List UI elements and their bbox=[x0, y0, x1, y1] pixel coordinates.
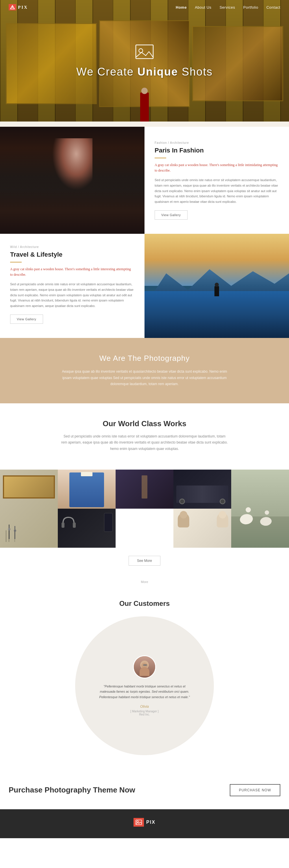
avatar-shoulders bbox=[140, 667, 149, 676]
travel-section: Wild / Architecture Travel & Lifestyle A… bbox=[0, 234, 289, 338]
gallery-item-8[interactable] bbox=[173, 509, 231, 548]
hero-logo-icon bbox=[134, 44, 155, 61]
fashion-image bbox=[0, 127, 145, 234]
nav-link-portfolio[interactable]: Portfolio bbox=[243, 5, 258, 9]
gi3-figure bbox=[142, 475, 147, 498]
travel-water bbox=[145, 291, 289, 338]
gallery-item-4[interactable] bbox=[173, 470, 231, 509]
travel-category: Wild / Architecture bbox=[10, 245, 134, 249]
footer-logo-icon bbox=[134, 818, 144, 827]
travel-view-gallery-button[interactable]: View Gallery bbox=[10, 314, 43, 324]
purchase-section: Purchase Photography Theme Now PURCHASE … bbox=[0, 771, 289, 809]
gi1-head2 bbox=[14, 529, 16, 532]
travel-divider bbox=[10, 262, 22, 262]
gi9-goose2-head bbox=[265, 510, 269, 515]
gi5-phone bbox=[104, 513, 113, 532]
travel-content: Wild / Architecture Travel & Lifestyle A… bbox=[0, 234, 145, 338]
customers-title: Our Customers bbox=[17, 599, 272, 608]
nav-link-services[interactable]: Services bbox=[220, 5, 235, 9]
more-text: More bbox=[141, 580, 148, 584]
svg-point-7 bbox=[137, 821, 138, 823]
fashion-title: Paris In Fashion bbox=[155, 147, 279, 154]
photography-banner-body: Aeaque ipsa quae ab illo inventore verit… bbox=[61, 369, 228, 388]
see-more-button[interactable]: See More bbox=[129, 556, 160, 566]
nav-item-portfolio[interactable]: Portfolio bbox=[243, 5, 258, 10]
hero-title-end: Shots bbox=[178, 66, 213, 78]
fashion-body: Sed ut perspiciatis unde omnis iste natu… bbox=[155, 177, 279, 204]
fashion-view-gallery-button[interactable]: View Gallery bbox=[155, 210, 187, 220]
works-section: Our World Class Works Sed ut perspiciati… bbox=[0, 403, 289, 470]
logo-icon-box bbox=[9, 4, 16, 10]
fashion-photo-container bbox=[0, 127, 145, 234]
nav-link-home[interactable]: Home bbox=[176, 5, 187, 9]
gi2-waist bbox=[81, 472, 93, 476]
hero-bottom-bar bbox=[0, 122, 289, 127]
testimonial-quote: "Pellentesque habitant morbi tristique s… bbox=[98, 684, 191, 700]
purchase-button[interactable]: PURCHASE NOW bbox=[230, 784, 280, 796]
nav-menu: Home About Us Services Portfolio Contact bbox=[176, 5, 280, 10]
navbar: PIX Home About Us Services Portfolio Con… bbox=[0, 0, 289, 14]
gi1-painting bbox=[3, 475, 55, 498]
nav-item-contact[interactable]: Contact bbox=[266, 5, 280, 10]
gi9-goose1-head bbox=[246, 507, 251, 513]
testimonial-avatar bbox=[133, 655, 156, 679]
nav-item-about[interactable]: About Us bbox=[195, 5, 211, 10]
travel-body: Sed ut perspiciatis unde omnis iste natu… bbox=[10, 281, 134, 308]
svg-rect-4 bbox=[62, 523, 65, 528]
gallery-item-2[interactable] bbox=[58, 470, 116, 509]
gallery-grid bbox=[0, 470, 289, 548]
fashion-subtitle: A gray cat slinks past a wooden house. T… bbox=[155, 162, 279, 173]
fashion-fur bbox=[0, 176, 145, 234]
svg-rect-2 bbox=[136, 45, 153, 58]
testimonial-company: Red Inc. bbox=[139, 713, 150, 716]
gallery-item-5[interactable] bbox=[58, 509, 116, 548]
testimonial-name: Olivia bbox=[140, 705, 149, 709]
footer-logo-svg bbox=[136, 820, 142, 825]
customers-section: Our Customers "Pellentesque habitant mor… bbox=[0, 584, 289, 771]
gi1-head1 bbox=[8, 528, 10, 530]
hero-section: PIX Home About Us Services Portfolio Con… bbox=[0, 0, 289, 122]
brand-name: PIX bbox=[18, 5, 28, 10]
fashion-content: Fashion / Architecture Paris In Fashion … bbox=[145, 127, 289, 228]
footer: PIX bbox=[0, 809, 289, 838]
brand-logo[interactable]: PIX bbox=[9, 4, 28, 10]
logo-svg bbox=[10, 5, 15, 9]
fashion-travel-container: Fashion / Architecture Paris In Fashion … bbox=[0, 127, 289, 234]
hero-title-bold: Unique bbox=[137, 66, 178, 78]
svg-point-3 bbox=[139, 49, 143, 53]
gi4-wheel-l bbox=[179, 498, 185, 504]
more-label: More bbox=[0, 577, 289, 584]
footer-brand-name: PIX bbox=[146, 820, 155, 825]
works-body: Sed ut perspiciatis unde omnis iste natu… bbox=[61, 433, 228, 452]
gi8-bear1-head bbox=[180, 511, 187, 519]
travel-title: Travel & Lifestyle bbox=[10, 251, 134, 258]
hero-content: We Create Unique Shots bbox=[0, 0, 289, 122]
nav-link-contact[interactable]: Contact bbox=[266, 5, 280, 9]
photography-banner: We Are The Photography Aeaque ipsa quae … bbox=[0, 338, 289, 403]
footer-logo: PIX bbox=[9, 818, 280, 827]
works-title: Our World Class Works bbox=[17, 419, 272, 428]
gallery-item-9[interactable] bbox=[231, 470, 289, 548]
fashion-content-container: Fashion / Architecture Paris In Fashion … bbox=[145, 127, 289, 234]
nav-item-home[interactable]: Home bbox=[176, 5, 187, 10]
purchase-title: Purchase Photography Theme Now bbox=[9, 785, 135, 795]
svg-point-1 bbox=[12, 7, 13, 8]
photography-banner-title: We Are The Photography bbox=[17, 354, 272, 363]
travel-figure-body bbox=[214, 286, 219, 296]
gi5-headphones bbox=[61, 515, 77, 530]
gi4-wheel-r bbox=[220, 498, 225, 504]
testimonial-circle: "Pellentesque habitant morbi tristique s… bbox=[75, 616, 214, 755]
hero-title: We Create Unique Shots bbox=[76, 66, 213, 78]
travel-figure-head bbox=[215, 283, 219, 287]
see-more-container: See More bbox=[0, 548, 289, 577]
hero-title-start: We Create bbox=[76, 66, 137, 78]
fashion-category: Fashion / Architecture bbox=[155, 141, 279, 144]
gi1-person1 bbox=[9, 525, 9, 539]
testimonial-role: [ Marketing Manager ] bbox=[130, 710, 158, 713]
nav-link-about[interactable]: About Us bbox=[195, 5, 211, 9]
nav-item-services[interactable]: Services bbox=[220, 5, 235, 10]
gallery-item-1[interactable] bbox=[0, 470, 58, 548]
gallery-item-3[interactable] bbox=[116, 470, 173, 509]
avatar-image bbox=[134, 656, 155, 678]
travel-subtitle: A gray cat slinks past a wooden house. T… bbox=[10, 267, 134, 277]
